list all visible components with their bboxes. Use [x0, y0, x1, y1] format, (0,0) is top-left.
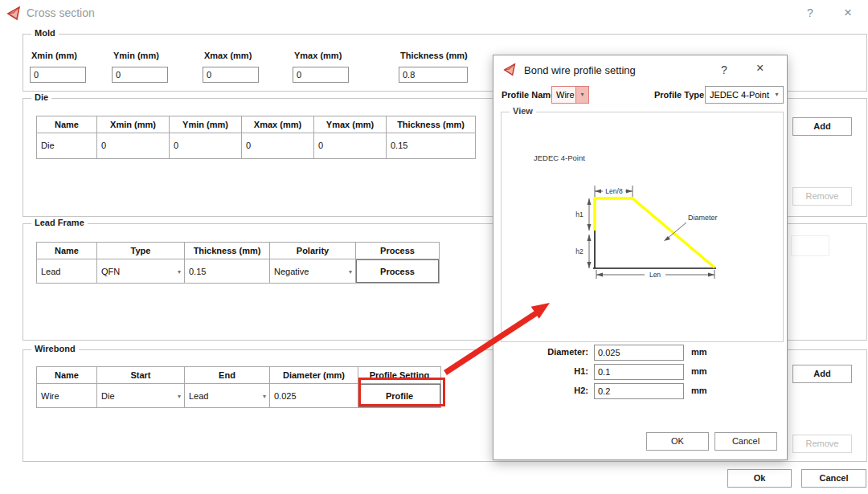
die-name-cell[interactable]: Die	[36, 133, 97, 159]
wirebond-col-profile: Profile Setting	[358, 366, 441, 384]
wire-profile-path	[595, 198, 714, 267]
wirebond-name-cell[interactable]: Wire	[36, 383, 97, 408]
chevron-down-icon[interactable]: ▾	[771, 87, 783, 103]
dim-arrow	[588, 224, 592, 231]
dialog-close-icon[interactable]: ×	[756, 61, 764, 76]
cross-section-window: Cross section ? × Mold Xmin (mm) Ymin (m…	[0, 0, 868, 494]
dim-arrow	[708, 273, 714, 277]
wirebond-col-end: End	[184, 366, 270, 384]
wirebond-profile-cell: Profile	[358, 383, 441, 408]
mold-group-label: Mold	[31, 28, 59, 38]
dim-arrow	[596, 273, 603, 277]
close-icon[interactable]: ×	[844, 5, 852, 21]
wirebond-col-name: Name	[36, 366, 97, 384]
diameter-unit: mm	[691, 347, 707, 357]
mold-ymax-input[interactable]	[293, 67, 349, 83]
die-col-xmax: Xmax (mm)	[241, 116, 314, 133]
dim-arrow	[588, 262, 592, 268]
dim-arrow	[595, 190, 601, 194]
profile-type-dropdown[interactable]: JEDEC 4-Point ▾	[705, 86, 784, 104]
cancel-button[interactable]: Cancel	[801, 469, 866, 488]
wirebond-add-button[interactable]: Add	[792, 365, 852, 383]
dim-arrow	[626, 190, 633, 194]
mold-thickness-input[interactable]	[399, 67, 468, 83]
window-title: Cross section	[27, 6, 95, 19]
die-add-button[interactable]: Add	[792, 117, 852, 136]
chevron-down-icon[interactable]: ▾	[349, 259, 352, 284]
chevron-down-icon[interactable]: ▾	[178, 259, 181, 284]
wirebond-col-start: Start	[96, 366, 185, 384]
die-table: Name Xmin (mm) Ymin (mm) Xmax (mm) Ymax …	[36, 116, 476, 159]
mold-ymin-label: Ymin (mm)	[113, 51, 159, 60]
dialog-cancel-button[interactable]: Cancel	[714, 432, 777, 451]
wirebond-table-row: Wire Die ▾ Lead ▾ 0.025 Profile	[36, 383, 441, 408]
wirebond-diameter-cell[interactable]: 0.025	[269, 383, 358, 408]
diameter-input[interactable]	[594, 345, 684, 361]
die-remove-button[interactable]: Remove	[792, 187, 852, 206]
die-ymin-cell[interactable]: 0	[169, 133, 242, 159]
dim-arrow	[588, 235, 592, 241]
die-group-label: Die	[31, 92, 51, 102]
chevron-down-icon[interactable]: ▾	[575, 87, 588, 103]
diagram-caption: JEDEC 4-Point	[534, 153, 585, 162]
h2-unit: mm	[691, 386, 707, 395]
h1-unit: mm	[691, 366, 707, 376]
dialog-title: Bond wire profile setting	[524, 64, 636, 76]
dim-label-diameter: Diameter	[688, 214, 718, 222]
mold-xmin-label: Xmin (mm)	[31, 51, 77, 60]
bond-wire-profile-dialog: Bond wire profile setting ? × Profile Na…	[493, 55, 788, 460]
leadframe-type-dropdown[interactable]: QFN ▾	[96, 259, 185, 284]
leadframe-group-label: Lead Frame	[31, 218, 88, 227]
leadframe-table: Name Type Thickness (mm) Polarity Proces…	[36, 242, 440, 284]
wirebond-profile-button[interactable]: Profile	[358, 384, 440, 407]
wirebond-end-dropdown[interactable]: Lead ▾	[184, 383, 270, 408]
h1-input[interactable]	[594, 364, 684, 380]
chevron-down-icon[interactable]: ▾	[178, 384, 181, 408]
die-table-row: Die 0 0 0 0 0.15	[36, 133, 476, 159]
app-logo-icon	[6, 6, 23, 22]
dialog-logo-icon	[503, 63, 518, 77]
wirebond-table: Name Start End Diameter (mm) Profile Set…	[36, 366, 441, 408]
h2-field-label: H2:	[508, 386, 588, 395]
leadframe-table-row: Lead QFN ▾ 0.15 Negative ▾ Process	[36, 259, 440, 284]
profile-name-value: Wire	[552, 87, 575, 104]
mold-ymin-input[interactable]	[112, 67, 168, 83]
leadframe-process-button[interactable]: Process	[356, 259, 439, 283]
wirebond-start-dropdown[interactable]: Die ▾	[96, 383, 185, 408]
wirebond-header-row: Name Start End Diameter (mm) Profile Set…	[36, 366, 441, 384]
wirebond-group-label: Wirebond	[31, 344, 79, 353]
dim-label-len: Len	[649, 271, 661, 279]
mold-xmax-input[interactable]	[203, 67, 259, 83]
die-ymax-cell[interactable]: 0	[313, 133, 387, 159]
leadframe-thickness-cell[interactable]: 0.15	[184, 259, 270, 284]
profile-name-label: Profile Name	[502, 90, 555, 100]
profile-name-dropdown[interactable]: Wire ▾	[551, 86, 589, 104]
leadframe-col-process: Process	[355, 242, 440, 259]
leadframe-col-name: Name	[36, 242, 97, 259]
ok-button[interactable]: Ok	[727, 469, 792, 488]
wire-profile-diagram: JEDEC 4-Point Len/8 h1	[502, 112, 781, 340]
mold-xmin-input[interactable]	[30, 67, 86, 83]
dim-label-h2: h2	[575, 247, 583, 255]
leadframe-header-row: Name Type Thickness (mm) Polarity Proces…	[36, 242, 440, 259]
leadframe-polarity-dropdown[interactable]: Negative ▾	[269, 259, 356, 284]
leadframe-name-cell[interactable]: Lead	[36, 259, 97, 284]
mold-xmax-label: Xmax (mm)	[204, 51, 252, 60]
leadframe-add-button[interactable]	[791, 235, 829, 256]
leadframe-col-polarity: Polarity	[269, 242, 356, 259]
wirebond-col-diameter: Diameter (mm)	[269, 366, 358, 384]
chevron-down-icon[interactable]: ▾	[263, 384, 266, 408]
dim-arrow	[588, 198, 592, 205]
die-col-thickness: Thickness (mm)	[386, 116, 476, 133]
dialog-ok-button[interactable]: OK	[646, 432, 709, 451]
help-button[interactable]: ?	[807, 6, 813, 19]
dialog-help-button[interactable]: ?	[721, 63, 727, 76]
h2-input[interactable]	[594, 383, 684, 399]
die-xmax-cell[interactable]: 0	[241, 133, 314, 159]
wirebond-remove-button[interactable]: Remove	[792, 435, 852, 453]
die-xmin-cell[interactable]: 0	[96, 133, 170, 159]
wirebond-start-value: Die	[101, 391, 115, 401]
leadframe-process-cell: Process	[355, 259, 440, 284]
die-thickness-cell[interactable]: 0.15	[386, 133, 476, 159]
leadframe-col-type: Type	[96, 242, 185, 259]
